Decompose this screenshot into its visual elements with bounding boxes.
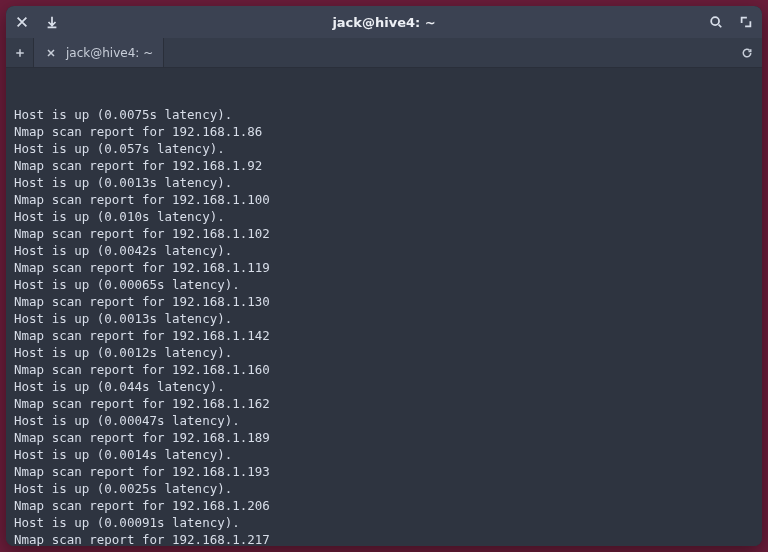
tab-0[interactable]: jack@hive4: ~ bbox=[34, 38, 164, 67]
output-line: Host is up (0.0042s latency). bbox=[14, 242, 754, 259]
output-line: Host is up (0.0013s latency). bbox=[14, 310, 754, 327]
output-line: Host is up (0.057s latency). bbox=[14, 140, 754, 157]
download-button[interactable] bbox=[42, 12, 62, 32]
output-line: Host is up (0.00047s latency). bbox=[14, 412, 754, 429]
close-icon bbox=[45, 47, 57, 59]
output-line: Nmap scan report for 192.168.1.193 bbox=[14, 463, 754, 480]
output-line: Host is up (0.0025s latency). bbox=[14, 480, 754, 497]
output-line: Nmap scan report for 192.168.1.160 bbox=[14, 361, 754, 378]
output-line: Host is up (0.00091s latency). bbox=[14, 514, 754, 531]
output-line: Host is up (0.0075s latency). bbox=[14, 106, 754, 123]
reload-icon bbox=[741, 47, 753, 59]
titlebar: jack@hive4: ~ bbox=[6, 6, 762, 38]
output-line: Nmap scan report for 192.168.1.162 bbox=[14, 395, 754, 412]
tab-label: jack@hive4: ~ bbox=[66, 46, 153, 60]
output-line: Nmap scan report for 192.168.1.142 bbox=[14, 327, 754, 344]
terminal-window: jack@hive4: ~ jack@hive4: ~ Host is up (… bbox=[6, 6, 762, 546]
output-line: Nmap scan report for 192.168.1.86 bbox=[14, 123, 754, 140]
svg-point-0 bbox=[711, 17, 719, 25]
tabbar-spacer bbox=[164, 38, 732, 67]
output-line: Nmap scan report for 192.168.1.206 bbox=[14, 497, 754, 514]
maximize-icon bbox=[739, 15, 753, 29]
output-line: Nmap scan report for 192.168.1.189 bbox=[14, 429, 754, 446]
output-line: Host is up (0.0012s latency). bbox=[14, 344, 754, 361]
close-tab-button[interactable] bbox=[44, 46, 58, 60]
plus-icon bbox=[14, 47, 26, 59]
output-line: Nmap scan report for 192.168.1.119 bbox=[14, 259, 754, 276]
output-line: Nmap scan report for 192.168.1.102 bbox=[14, 225, 754, 242]
output-line: Host is up (0.044s latency). bbox=[14, 378, 754, 395]
close-window-button[interactable] bbox=[12, 12, 32, 32]
download-icon bbox=[45, 15, 59, 29]
tabbar: jack@hive4: ~ bbox=[6, 38, 762, 68]
output-line: Host is up (0.0014s latency). bbox=[14, 446, 754, 463]
search-icon bbox=[709, 15, 723, 29]
output-line: Host is up (0.0013s latency). bbox=[14, 174, 754, 191]
maximize-button[interactable] bbox=[736, 12, 756, 32]
output-line: Host is up (0.010s latency). bbox=[14, 208, 754, 225]
terminal-output[interactable]: Host is up (0.0075s latency).Nmap scan r… bbox=[6, 68, 762, 546]
output-line: Nmap scan report for 192.168.1.217 bbox=[14, 531, 754, 546]
output-line: Host is up (0.00065s latency). bbox=[14, 276, 754, 293]
window-title: jack@hive4: ~ bbox=[62, 15, 706, 30]
close-icon bbox=[15, 15, 29, 29]
output-line: Nmap scan report for 192.168.1.100 bbox=[14, 191, 754, 208]
output-line: Nmap scan report for 192.168.1.130 bbox=[14, 293, 754, 310]
new-tab-button[interactable] bbox=[6, 38, 34, 67]
search-button[interactable] bbox=[706, 12, 726, 32]
output-line: Nmap scan report for 192.168.1.92 bbox=[14, 157, 754, 174]
reload-button[interactable] bbox=[732, 38, 762, 67]
